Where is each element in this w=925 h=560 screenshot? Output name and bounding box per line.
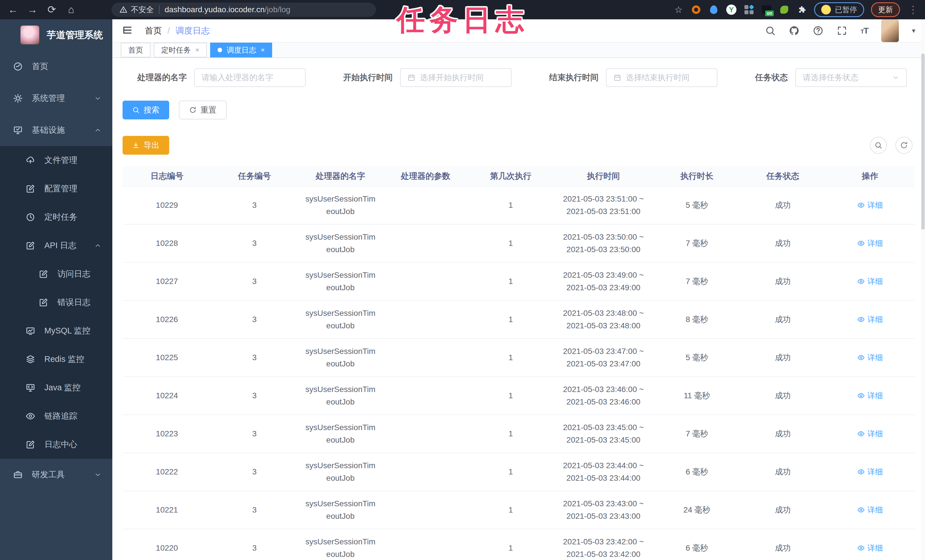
extension-grid-icon[interactable] xyxy=(744,4,755,15)
paused-badge[interactable]: 已暂停 xyxy=(814,2,864,17)
detail-link[interactable]: 详细 xyxy=(857,504,883,516)
cell-execute-index: 1 xyxy=(468,428,554,440)
filter-form: 处理器的名字 请输入处理器的名字 开始执行时间 选择开始执行时间 结束执行时间 xyxy=(137,68,915,87)
col-duration: 执行时长 xyxy=(654,170,740,182)
browser-back-icon[interactable]: ← xyxy=(7,5,20,15)
refresh-icon xyxy=(900,141,908,149)
col-handler-name: 处理器的名字 xyxy=(298,170,383,182)
detail-link[interactable]: 详细 xyxy=(857,275,883,288)
browser-forward-icon[interactable]: → xyxy=(26,5,39,15)
tab-job-log[interactable]: 调度日志 × xyxy=(210,43,272,57)
col-exec-time: 执行时间 xyxy=(554,170,654,182)
handler-name-input[interactable]: 请输入处理器的名字 xyxy=(194,68,306,87)
sidebar-item-dev-tools[interactable]: 研发工具 xyxy=(0,459,112,491)
table-row: 10224 3 sysUserSessionTimeoutJob 1 2021-… xyxy=(122,377,915,415)
sidebar-item-file-manage[interactable]: 文件管理 xyxy=(0,146,112,175)
col-execute-index: 第几次执行 xyxy=(468,170,554,182)
toggle-search-button[interactable] xyxy=(870,137,887,154)
sidebar-item-error-log[interactable]: 错误日志 xyxy=(0,288,112,317)
browser-reload-icon[interactable]: ⟳ xyxy=(45,5,58,15)
sidebar-item-infra[interactable]: 基础设施 xyxy=(0,114,112,146)
bookmark-star-icon[interactable]: ☆ xyxy=(673,4,684,15)
eye-icon xyxy=(857,392,865,399)
detail-link[interactable]: 详细 xyxy=(857,199,883,211)
begin-time-input[interactable]: 选择开始执行时间 xyxy=(400,68,512,87)
extension-leaf-icon[interactable] xyxy=(779,4,789,15)
detail-link[interactable]: 详细 xyxy=(857,237,883,250)
sidebar-item-system[interactable]: 系统管理 xyxy=(0,83,112,114)
sidebar-item-java-monitor[interactable]: Java 监控 xyxy=(0,373,112,402)
font-size-icon[interactable]: TT xyxy=(860,26,868,36)
sidebar-item-config-manage[interactable]: 配置管理 xyxy=(0,175,112,203)
address-bar[interactable]: 不安全 dashboard.yudao.iocoder.cn/job/log xyxy=(111,3,376,17)
cell-log-id: 10223 xyxy=(122,428,211,440)
extension-on-badge-icon[interactable]: on xyxy=(761,4,772,15)
cell-status: 成功 xyxy=(740,351,825,364)
extension-orange-icon[interactable] xyxy=(691,4,702,15)
cell-duration: 11 毫秒 xyxy=(654,390,740,402)
sidebar: 芋道管理系统 首页 系统管理 基础设施 文件管理 xyxy=(0,20,112,560)
active-tab-dot xyxy=(217,48,222,52)
help-icon[interactable] xyxy=(813,25,824,36)
security-warning[interactable]: 不安全 xyxy=(119,5,154,15)
security-label: 不安全 xyxy=(131,5,154,15)
export-button[interactable]: 导出 xyxy=(122,136,169,155)
cell-actions: 详细 xyxy=(825,313,915,326)
end-time-input[interactable]: 选择结束执行时间 xyxy=(606,68,717,87)
cell-log-id: 10226 xyxy=(122,313,211,326)
sidebar-item-trace[interactable]: 链路追踪 xyxy=(0,402,112,431)
task-status-select[interactable]: 请选择任务状态 xyxy=(795,68,907,87)
reset-button[interactable]: 重置 xyxy=(179,101,227,119)
sidebar-item-redis-monitor[interactable]: Redis 监控 xyxy=(0,345,112,373)
user-caret-icon[interactable]: ▾ xyxy=(912,27,915,35)
cell-log-id: 10221 xyxy=(122,504,211,516)
cell-task-id: 3 xyxy=(211,199,298,211)
breadcrumb-home[interactable]: 首页 xyxy=(145,25,162,37)
table-row: 10226 3 sysUserSessionTimeoutJob 1 2021-… xyxy=(122,301,915,339)
scrollbar-thumb[interactable] xyxy=(921,53,925,230)
close-icon[interactable]: × xyxy=(195,46,199,54)
detail-link[interactable]: 详细 xyxy=(857,390,883,402)
cell-handler-name: sysUserSessionTimeoutJob xyxy=(298,459,383,485)
detail-link[interactable]: 详细 xyxy=(857,542,883,554)
detail-link[interactable]: 详细 xyxy=(857,466,883,478)
detail-link[interactable]: 详细 xyxy=(857,313,883,326)
extension-green-circle-icon[interactable]: Y xyxy=(726,4,737,15)
eye-icon xyxy=(857,506,865,514)
search-button[interactable]: 搜索 xyxy=(122,101,169,119)
col-log-id: 日志编号 xyxy=(122,170,211,182)
sidebar-item-log-center[interactable]: 日志中心 xyxy=(0,431,112,459)
col-status: 任务状态 xyxy=(740,170,825,182)
search-icon[interactable] xyxy=(765,25,776,36)
calendar-icon xyxy=(407,74,416,81)
edit-icon xyxy=(26,184,35,194)
detail-link[interactable]: 详细 xyxy=(857,351,883,364)
sidebar-item-scheduled-task[interactable]: 定时任务 xyxy=(0,203,112,231)
update-button[interactable]: 更新 xyxy=(871,2,900,17)
table-body: 10229 3 sysUserSessionTimeoutJob 1 2021-… xyxy=(122,187,915,560)
monitor-check-icon xyxy=(13,125,23,135)
browser-menu-icon[interactable]: ⋮ xyxy=(908,4,918,16)
sidebar-item-home[interactable]: 首页 xyxy=(0,51,112,83)
cell-actions: 详细 xyxy=(825,466,915,478)
detail-link[interactable]: 详细 xyxy=(857,428,883,440)
user-avatar[interactable] xyxy=(881,20,899,42)
sidebar-item-mysql-monitor[interactable]: MySQL 监控 xyxy=(0,317,112,345)
breadcrumb-current: 调度日志 xyxy=(175,25,209,37)
sidebar-toggle-icon[interactable] xyxy=(122,25,133,37)
fullscreen-icon[interactable] xyxy=(836,25,847,36)
cell-status: 成功 xyxy=(740,542,825,554)
tab-home[interactable]: 首页 xyxy=(121,43,151,57)
cell-actions: 详细 xyxy=(825,542,915,554)
extension-blue-icon[interactable] xyxy=(708,4,719,15)
sidebar-item-access-log[interactable]: 访问日志 xyxy=(0,260,112,288)
refresh-table-button[interactable] xyxy=(895,137,913,154)
browser-home-icon[interactable]: ⌂ xyxy=(65,5,77,15)
extensions-puzzle-icon[interactable] xyxy=(797,4,807,15)
github-icon[interactable] xyxy=(789,25,800,36)
tab-scheduled-task[interactable]: 定时任务 × xyxy=(154,43,207,57)
page-scrollbar[interactable] xyxy=(921,20,925,560)
sidebar-item-api-log[interactable]: API 日志 xyxy=(0,231,112,260)
close-icon[interactable]: × xyxy=(261,46,265,54)
sidebar-logo[interactable]: 芋道管理系统 xyxy=(0,20,112,51)
